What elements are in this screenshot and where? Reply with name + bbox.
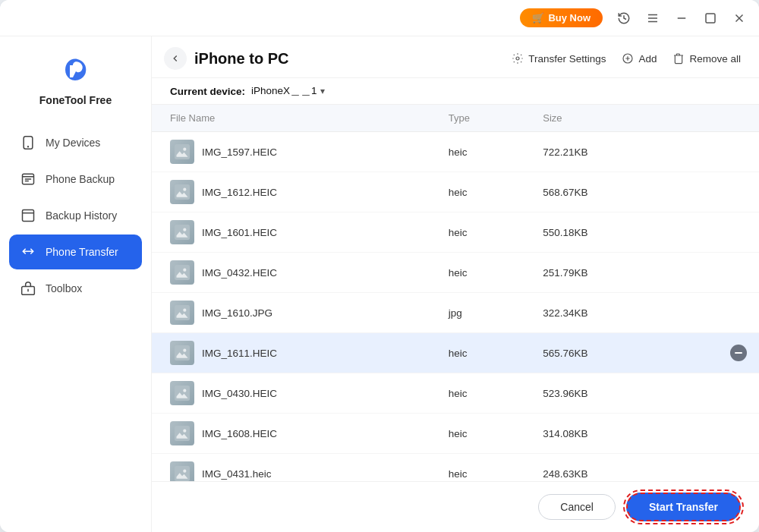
sidebar-item-my-devices[interactable]: My Devices	[9, 125, 142, 160]
close-icon[interactable]	[729, 8, 750, 29]
page-title-row: iPhone to PC	[164, 47, 288, 70]
device-label: Current device:	[170, 86, 245, 97]
table-row[interactable]: IMG_0432.HEIC heic 251.79KB	[152, 253, 759, 293]
file-type: heic	[436, 333, 531, 373]
file-type: heic	[436, 454, 531, 482]
file-name-cell: IMG_1608.HEIC	[152, 414, 436, 454]
table-row[interactable]: IMG_1608.HEIC heic 314.08KB	[152, 414, 759, 454]
file-thumbnail	[170, 220, 194, 244]
file-type: heic	[436, 414, 531, 454]
transfer-settings-button[interactable]: Transfer Settings	[511, 52, 606, 65]
settings-icon	[511, 52, 524, 65]
file-thumbnail	[170, 341, 194, 365]
file-name: IMG_1610.JPG	[202, 307, 272, 319]
table-header-row: File Name Type Size	[152, 105, 759, 132]
svg-rect-4	[706, 14, 715, 23]
file-name-cell: IMG_0432.HEIC	[152, 253, 436, 293]
svg-point-26	[183, 269, 186, 272]
svg-rect-21	[175, 184, 190, 200]
sidebar-item-toolbox[interactable]: Toolbox	[9, 271, 142, 306]
col-action	[674, 105, 759, 132]
file-size: 565.76KB	[531, 333, 674, 373]
svg-point-36	[183, 470, 186, 473]
col-filename: File Name	[152, 105, 436, 132]
file-size: 251.79KB	[531, 253, 674, 293]
buy-now-button[interactable]: 🛒 Buy Now	[520, 8, 603, 27]
minimize-icon[interactable]	[671, 8, 692, 29]
file-table-container[interactable]: File Name Type Size IMG_1597.HEIC	[152, 105, 759, 481]
chevron-down-icon: ▾	[320, 86, 325, 96]
header-actions: Transfer Settings Add Remove all	[511, 52, 741, 65]
file-name: IMG_1597.HEIC	[202, 146, 277, 158]
file-name: IMG_1608.HEIC	[202, 428, 277, 439]
file-thumbnail	[170, 381, 194, 405]
file-size: 248.63KB	[531, 454, 674, 482]
cart-icon: 🛒	[532, 12, 544, 24]
transfer-settings-label: Transfer Settings	[528, 53, 606, 65]
content-area: iPhone to PC Transfer Settings Add	[152, 36, 759, 532]
file-name: IMG_0431.heic	[202, 468, 272, 480]
file-thumbnail	[170, 461, 194, 481]
svg-point-32	[183, 389, 186, 392]
col-size: Size	[531, 105, 674, 132]
page-title: iPhone to PC	[194, 50, 288, 68]
file-name-cell: IMG_1610.JPG	[152, 293, 436, 333]
remove-cell	[674, 253, 759, 293]
file-name: IMG_1612.HEIC	[202, 187, 277, 198]
device-dropdown[interactable]: iPhoneX＿＿1 ▾	[251, 84, 325, 98]
footer: Cancel Start Transfer	[152, 481, 759, 532]
back-button[interactable]	[164, 47, 187, 70]
start-transfer-button[interactable]: Start Transfer	[626, 493, 741, 521]
transfer-icon	[20, 244, 36, 260]
remove-cell	[674, 333, 759, 373]
buy-label: Buy Now	[548, 12, 591, 24]
table-row[interactable]: IMG_1610.JPG jpg 322.34KB	[152, 293, 759, 333]
svg-point-20	[183, 148, 186, 151]
svg-rect-25	[175, 265, 190, 280]
app-window: 🛒 Buy Now	[0, 0, 759, 532]
sidebar-label-phone-transfer: Phone Transfer	[46, 246, 118, 258]
add-label: Add	[638, 53, 657, 65]
svg-rect-35	[175, 466, 190, 481]
sidebar-item-phone-transfer[interactable]: Phone Transfer	[9, 235, 142, 269]
trash-icon	[672, 52, 685, 65]
table-row[interactable]: IMG_1612.HEIC heic 568.67KB	[152, 172, 759, 212]
table-row[interactable]: IMG_1597.HEIC heic 722.21KB	[152, 132, 759, 172]
sidebar-item-backup-history[interactable]: Backup History	[9, 198, 142, 233]
file-size: 550.18KB	[531, 212, 674, 253]
file-name: IMG_1611.HEIC	[202, 348, 277, 359]
add-button[interactable]: Add	[621, 52, 657, 65]
file-thumbnail	[170, 140, 194, 164]
svg-rect-27	[175, 305, 190, 320]
logo-text: FoneTool Free	[39, 94, 112, 107]
file-table: File Name Type Size IMG_1597.HEIC	[152, 105, 759, 481]
remove-button[interactable]	[730, 345, 747, 361]
history-sidebar-icon	[20, 207, 36, 224]
page-header: iPhone to PC Transfer Settings Add	[152, 36, 759, 78]
svg-rect-29	[175, 345, 190, 360]
file-name: IMG_0430.HEIC	[202, 388, 277, 399]
svg-point-24	[183, 228, 186, 231]
table-head: File Name Type Size	[152, 105, 759, 132]
svg-point-28	[183, 309, 186, 312]
table-row[interactable]: IMG_0431.heic heic 248.63KB	[152, 454, 759, 482]
sidebar-label-my-devices: My Devices	[46, 137, 100, 149]
history-icon[interactable]	[613, 8, 635, 29]
add-circle-icon	[621, 52, 635, 65]
file-name: IMG_0432.HEIC	[202, 267, 277, 279]
remove-all-button[interactable]: Remove all	[672, 52, 741, 65]
svg-rect-11	[23, 209, 34, 221]
remove-cell	[674, 454, 759, 482]
sidebar-item-phone-backup[interactable]: Phone Backup	[9, 162, 142, 197]
remove-cell	[674, 373, 759, 414]
device-value: iPhoneX＿＿1	[251, 84, 317, 98]
table-row[interactable]: IMG_1611.HEIC heic 565.76KB	[152, 333, 759, 373]
file-name-cell: IMG_1597.HEIC	[152, 132, 436, 172]
table-row[interactable]: IMG_0430.HEIC heic 523.96KB	[152, 373, 759, 414]
cancel-button[interactable]: Cancel	[538, 494, 616, 520]
menu-icon[interactable]	[642, 8, 663, 29]
sidebar-label-backup-history: Backup History	[46, 209, 117, 222]
sidebar-label-phone-backup: Phone Backup	[46, 173, 115, 185]
maximize-icon[interactable]	[700, 8, 721, 29]
table-row[interactable]: IMG_1601.HEIC heic 550.18KB	[152, 212, 759, 253]
